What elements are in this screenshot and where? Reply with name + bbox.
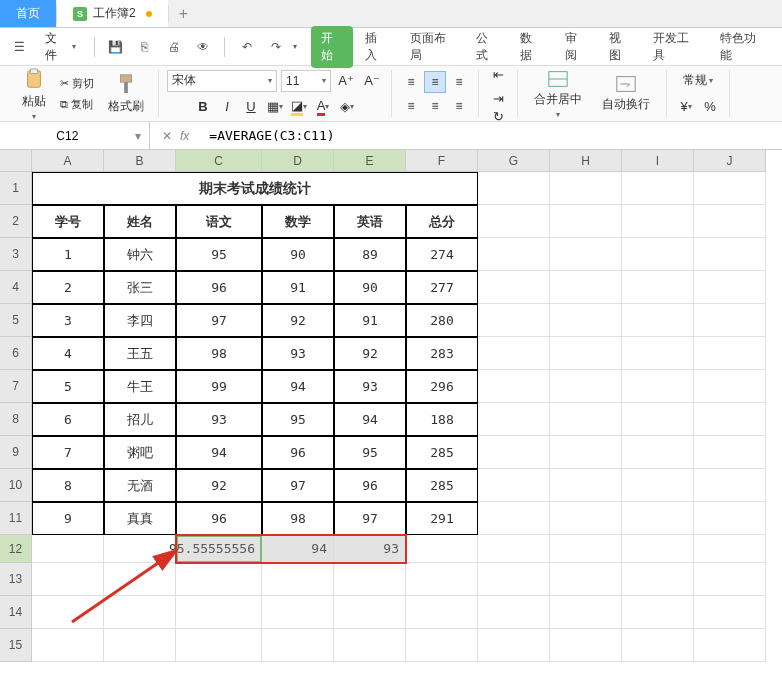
data-cell[interactable]: 2	[32, 271, 104, 304]
fill-color-button[interactable]: ◪▾	[288, 96, 310, 118]
header-cell[interactable]: 总分	[406, 205, 478, 238]
cell[interactable]	[694, 238, 766, 271]
cell[interactable]	[550, 502, 622, 535]
cell[interactable]	[176, 563, 262, 596]
data-cell[interactable]: 98	[262, 502, 334, 535]
data-cell[interactable]: 4	[32, 337, 104, 370]
align-middle-button[interactable]: ≡	[424, 71, 446, 93]
ribbon-tab-start[interactable]: 开始	[311, 26, 353, 68]
cell[interactable]	[334, 596, 406, 629]
font-color-button[interactable]: A▾	[312, 96, 334, 118]
data-cell[interactable]: 93	[262, 337, 334, 370]
cell[interactable]	[176, 596, 262, 629]
font-size-select[interactable]: 11▾	[281, 70, 331, 92]
header-cell[interactable]: 语文	[176, 205, 262, 238]
row-header[interactable]: 1	[0, 172, 32, 205]
data-cell[interactable]: 94	[334, 403, 406, 436]
cell[interactable]	[622, 469, 694, 502]
cell[interactable]	[694, 563, 766, 596]
cell[interactable]	[478, 304, 550, 337]
orientation-button[interactable]: ↻	[487, 109, 509, 124]
select-all-corner[interactable]	[0, 150, 32, 172]
cell[interactable]	[550, 205, 622, 238]
row-header[interactable]: 5	[0, 304, 32, 337]
row-header[interactable]: 15	[0, 629, 32, 662]
cell[interactable]	[550, 563, 622, 596]
data-cell[interactable]: 90	[262, 238, 334, 271]
formula-input[interactable]	[201, 128, 782, 143]
avg-cell[interactable]: 93	[334, 535, 406, 563]
col-header[interactable]: E	[334, 150, 406, 172]
cell[interactable]	[694, 337, 766, 370]
ribbon-tab-view[interactable]: 视图	[599, 26, 641, 68]
save-icon[interactable]: 💾	[105, 35, 128, 59]
data-cell[interactable]: 96	[176, 271, 262, 304]
tab-home[interactable]: 首页	[0, 0, 56, 27]
ribbon-tab-review[interactable]: 审阅	[555, 26, 597, 68]
col-header[interactable]: C	[176, 150, 262, 172]
col-header[interactable]: G	[478, 150, 550, 172]
data-cell[interactable]: 95	[176, 238, 262, 271]
col-header[interactable]: A	[32, 150, 104, 172]
cell[interactable]	[550, 172, 622, 205]
cell[interactable]	[550, 337, 622, 370]
align-left-button[interactable]: ≡	[400, 95, 422, 117]
cell[interactable]	[550, 596, 622, 629]
cell[interactable]	[694, 271, 766, 304]
data-cell[interactable]: 90	[334, 271, 406, 304]
cell[interactable]	[406, 629, 478, 662]
data-cell[interactable]: 97	[334, 502, 406, 535]
ribbon-tab-formula[interactable]: 公式	[466, 26, 508, 68]
cell[interactable]	[694, 370, 766, 403]
data-cell[interactable]: 粥吧	[104, 436, 176, 469]
shrink-font-button[interactable]: A⁻	[361, 70, 383, 92]
file-menu[interactable]: 文件▾	[37, 30, 84, 64]
data-cell[interactable]: 5	[32, 370, 104, 403]
data-cell[interactable]: 285	[406, 436, 478, 469]
data-cell[interactable]: 91	[334, 304, 406, 337]
cell[interactable]	[478, 563, 550, 596]
cell[interactable]	[478, 238, 550, 271]
caret-down-icon[interactable]: ▾	[293, 42, 297, 51]
cell[interactable]	[262, 596, 334, 629]
cell[interactable]	[694, 502, 766, 535]
row-header[interactable]: 12	[0, 535, 32, 563]
cell[interactable]	[622, 238, 694, 271]
data-cell[interactable]: 8	[32, 469, 104, 502]
cell[interactable]	[406, 563, 478, 596]
avg-cell[interactable]: 94	[262, 535, 334, 563]
tab-add-button[interactable]: +	[169, 5, 198, 23]
data-cell[interactable]: 7	[32, 436, 104, 469]
data-cell[interactable]: 3	[32, 304, 104, 337]
data-cell[interactable]: 钟六	[104, 238, 176, 271]
cell[interactable]	[478, 205, 550, 238]
data-cell[interactable]: 招儿	[104, 403, 176, 436]
underline-button[interactable]: U	[240, 96, 262, 118]
menu-icon[interactable]: ☰	[8, 35, 31, 59]
data-cell[interactable]: 92	[176, 469, 262, 502]
merge-center-button[interactable]: 合并居中▾	[526, 67, 590, 121]
cell-grid[interactable]: 期末考试成绩统计学号姓名语文数学英语总分1钟六9590892742张三96919…	[32, 172, 766, 662]
cell[interactable]	[622, 563, 694, 596]
data-cell[interactable]: 96	[334, 469, 406, 502]
bold-button[interactable]: B	[192, 96, 214, 118]
borders-button[interactable]: ▦▾	[264, 96, 286, 118]
cell[interactable]	[622, 205, 694, 238]
cell[interactable]	[550, 469, 622, 502]
header-cell[interactable]: 姓名	[104, 205, 176, 238]
cell[interactable]	[694, 304, 766, 337]
cell[interactable]	[478, 629, 550, 662]
tab-workbook[interactable]: S 工作簿2	[57, 0, 168, 27]
ribbon-tab-insert[interactable]: 插入	[355, 26, 397, 68]
ribbon-tab-layout[interactable]: 页面布局	[400, 26, 464, 68]
avg-cell[interactable]: 95.55555556	[176, 535, 262, 563]
print-preview-icon[interactable]: 👁	[191, 35, 214, 59]
cell[interactable]	[622, 436, 694, 469]
col-header[interactable]: I	[622, 150, 694, 172]
cell[interactable]	[104, 535, 176, 563]
name-box-input[interactable]	[0, 129, 135, 143]
row-header[interactable]: 6	[0, 337, 32, 370]
col-header[interactable]: B	[104, 150, 176, 172]
cell[interactable]	[550, 535, 622, 563]
decrease-indent-button[interactable]: ⇤	[487, 63, 509, 85]
